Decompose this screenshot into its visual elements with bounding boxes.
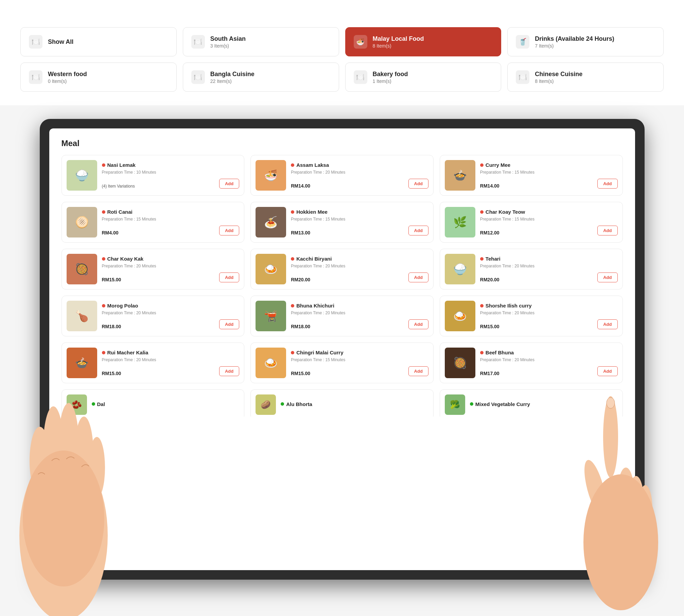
char-koay-kak-image: 🥘 (67, 254, 97, 284)
menu-item-morog-polao: 🍗 Morog Polao Preparation Time : 20 Minu… (62, 296, 245, 336)
item-prep: Preparation Time : 10 Minutes (102, 170, 240, 175)
menu-item-chingri-malai: 🍛 Chingri Malai Curry Preparation Time :… (250, 342, 434, 383)
status-dot (102, 304, 105, 307)
roti-canai-image: 🫓 (67, 207, 97, 237)
morog-polao-image: 🍗 (67, 301, 97, 331)
item-name: Char Koay Kak (107, 256, 144, 262)
menu-item-roti-canai: 🫓 Roti Canai Preparation Time : 15 Minut… (62, 202, 245, 243)
category-count-chinese: 8 Item(s) (535, 78, 582, 84)
category-icon-malay-local: 🍜 (354, 35, 367, 49)
add-button-assam-laksa[interactable]: Add (408, 179, 428, 189)
category-drinks[interactable]: 🥤 Drinks (Available 24 Hours) 7 Item(s) (507, 27, 664, 56)
item-prep: Preparation Time : 15 Minutes (480, 170, 618, 175)
category-icon-chinese: 🍽️ (516, 70, 529, 84)
curry-mee-image: 🍲 (445, 160, 475, 191)
status-dot (480, 351, 484, 354)
status-dot (281, 402, 284, 406)
category-malay-local[interactable]: 🍜 Malay Local Food 8 Item(s) (345, 27, 502, 56)
category-name-south-asian: South Asian (210, 35, 246, 42)
category-count-bangla: 22 Item(s) (210, 78, 255, 84)
item-prep: Preparation Time : 20 Minutes (480, 264, 618, 268)
item-name: Hokkien Mee (296, 209, 328, 215)
category-bakery[interactable]: 🍽️ Bakery food 1 Item(s) (345, 63, 502, 92)
add-button-chingri-malai[interactable]: Add (408, 366, 428, 376)
category-icon-drinks: 🥤 (516, 35, 529, 49)
add-button-kacchi-biryani[interactable]: Add (408, 272, 428, 282)
add-button-beef-bhuna[interactable]: Add (597, 366, 617, 376)
menu-grid-partial: 🫘 Dal 🥔 (62, 389, 623, 417)
add-button-curry-mee[interactable]: Add (597, 179, 617, 189)
status-dot (291, 304, 294, 307)
add-button-roti-canai[interactable]: Add (219, 226, 239, 235)
item-price: RM4.00 (102, 230, 119, 235)
item-name: Curry Mee (486, 162, 510, 168)
tablet-wrapper: Meal 🍚 Nasi Lemak Preparation Time : 10 … (19, 119, 665, 580)
status-dot (291, 257, 294, 261)
categories-grid: 🍽️ Show All 🍽️ South Asian 3 Item(s) 🍜 M… (20, 27, 664, 92)
item-name: Tehari (486, 256, 501, 262)
status-dot (291, 163, 294, 167)
menu-item-tehari: 🍚 Tehari Preparation Time : 20 Minutes R… (440, 249, 623, 289)
status-dot (470, 402, 473, 406)
status-dot (480, 163, 484, 167)
add-button-hokkien-mee[interactable]: Add (408, 226, 428, 235)
status-dot (291, 351, 294, 354)
item-name: Assam Laksa (296, 162, 329, 168)
bhuna-khichuri-image: 🫕 (256, 301, 286, 331)
add-button-tehari[interactable]: Add (597, 272, 617, 282)
item-name: Morog Polao (107, 303, 138, 309)
item-prep: Preparation Time : 20 Minutes (102, 264, 240, 268)
item-prep: Preparation Time : 15 Minutes (291, 357, 428, 362)
item-price: RM20.00 (480, 277, 499, 282)
item-prep: Preparation Time : 20 Minutes (291, 311, 428, 315)
svg-point-12 (583, 474, 658, 610)
tablet-screen: Meal 🍚 Nasi Lemak Preparation Time : 10 … (49, 128, 635, 570)
status-dot (480, 210, 484, 214)
add-button-char-koay-teow[interactable]: Add (597, 226, 617, 235)
item-name: Kacchi Biryani (296, 256, 332, 262)
add-button-char-koay-kak[interactable]: Add (219, 272, 239, 282)
item-name: Chingri Malai Curry (296, 350, 343, 355)
category-show-all[interactable]: 🍽️ Show All (20, 27, 177, 56)
category-name-drinks: Drinks (Available 24 Hours) (535, 35, 614, 42)
add-button-shorshe-ilish[interactable]: Add (597, 319, 617, 329)
meal-section-title: Meal (62, 139, 623, 148)
char-koay-teow-image: 🌿 (445, 207, 475, 237)
item-price: RM18.00 (291, 324, 310, 329)
category-count-malay-local: 8 Item(s) (373, 43, 424, 49)
item-name: Mixed Vegetable Curry (475, 401, 530, 407)
app-container: 🍽️ Show All 🍽️ South Asian 3 Item(s) 🍜 M… (0, 0, 684, 580)
status-dot (480, 304, 484, 307)
menu-item-alu-bhorta: 🥔 Alu Bhorta (250, 389, 434, 417)
menu-item-beef-bhuna: 🥘 Beef Bhuna Preparation Time : 20 Minut… (440, 342, 623, 383)
tablet-frame: Meal 🍚 Nasi Lemak Preparation Time : 10 … (40, 119, 645, 580)
menu-item-shorshe-ilish: 🍛 Shorshe Ilish curry Preparation Time :… (440, 296, 623, 336)
item-prep: Preparation Time : 20 Minutes (291, 170, 428, 175)
item-price: RM12.00 (480, 230, 499, 235)
item-prep: Preparation Time : 15 Minutes (102, 217, 240, 222)
item-price: RM15.00 (291, 371, 310, 376)
add-button-morog-polao[interactable]: Add (219, 319, 239, 329)
category-bangla[interactable]: 🍽️ Bangla Cuisine 22 Item(s) (183, 63, 339, 92)
hokkien-mee-image: 🍝 (256, 207, 286, 237)
nasi-lemak-image: 🍚 (67, 160, 97, 191)
category-south-asian[interactable]: 🍽️ South Asian 3 Item(s) (183, 27, 339, 56)
item-price: RM14.00 (480, 183, 499, 189)
alu-bhorta-image: 🥔 (256, 394, 276, 415)
menu-item-char-koay-teow: 🌿 Char Koay Teow Preparation Time : 15 M… (440, 202, 623, 243)
category-name-bakery: Bakery food (373, 71, 408, 78)
item-price: RM17.00 (480, 371, 499, 376)
item-name: Shorshe Ilish curry (486, 303, 532, 309)
add-button-bhuna-khichuri[interactable]: Add (408, 319, 428, 329)
item-price: RM15.00 (102, 277, 121, 282)
assam-laksa-image: 🍜 (256, 160, 286, 191)
item-name: Bhuna Khichuri (296, 303, 334, 309)
add-button-nasi-lemak[interactable]: Add (219, 179, 239, 189)
item-price: RM14.00 (291, 183, 310, 189)
category-western[interactable]: 🍽️ Western food 0 Item(s) (20, 63, 177, 92)
category-name-chinese: Chinese Cuisine (535, 71, 582, 78)
menu-item-assam-laksa: 🍜 Assam Laksa Preparation Time : 20 Minu… (250, 155, 434, 196)
category-name-bangla: Bangla Cuisine (210, 71, 255, 78)
category-chinese[interactable]: 🍽️ Chinese Cuisine 8 Item(s) (507, 63, 664, 92)
add-button-rui-macher[interactable]: Add (219, 366, 239, 376)
